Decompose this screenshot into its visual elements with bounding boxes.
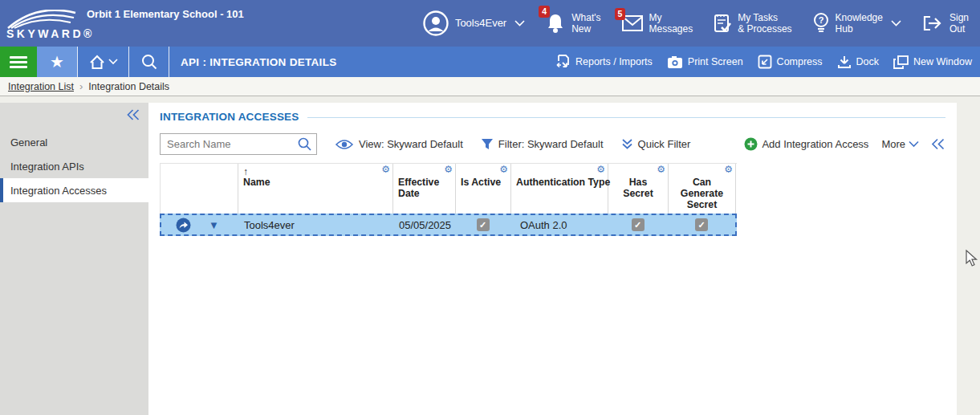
add-integration-access-button[interactable]: Add Integration Access — [744, 137, 868, 151]
column-header-authentication-type[interactable]: ⚙ Authentication Type — [511, 164, 608, 214]
search-icon[interactable] — [298, 137, 311, 151]
hamburger-icon — [10, 56, 27, 59]
column-header-has-secret[interactable]: ⚙ Has Secret — [608, 164, 669, 214]
search-name-input[interactable] — [161, 138, 298, 150]
compress-label: Compress — [777, 56, 823, 67]
hamburger-menu-button[interactable] — [0, 47, 37, 77]
sign-out-label-2: Out — [950, 23, 965, 35]
row-effective-date-cell: 05/05/2025 — [392, 215, 455, 234]
content-panel: INTEGRATION ACCESSES View: Skyward Defau… — [148, 103, 957, 415]
skyward-swoosh-icon — [6, 10, 77, 29]
new-window-label: New Window — [913, 56, 972, 67]
breadcrumb: Integration List › Integration Details — [0, 77, 980, 96]
global-search-button[interactable] — [128, 47, 169, 77]
sidebar-item-integration-accesses[interactable]: Integration Accesses — [0, 178, 148, 202]
column-settings-icon[interactable]: ⚙ — [499, 164, 508, 175]
knowledge-hub-button[interactable]: ? Knowledge Hub — [813, 12, 901, 35]
new-window-icon — [893, 55, 909, 69]
panel-collapse-button[interactable] — [930, 138, 945, 150]
compress-button[interactable]: Compress — [758, 55, 823, 69]
filter-selector[interactable]: Filter: Skyward Default — [481, 138, 604, 151]
search-name-field[interactable] — [160, 133, 317, 155]
top-bar: SKYWARD® Orbit 1 Elementary School - 101… — [0, 0, 980, 47]
breadcrumb-chevron-icon: › — [79, 80, 83, 92]
dock-label: Dock — [856, 56, 879, 67]
double-chevron-down-icon — [621, 138, 633, 150]
whats-new-label-2: New — [571, 23, 591, 35]
toolbar-actions: Reports / Imports Print Screen Compress — [555, 47, 980, 77]
reports-imports-label: Reports / Imports — [575, 56, 653, 67]
lightbulb-icon: ? — [813, 13, 829, 34]
sort-ascending-icon: ↑ — [243, 167, 388, 177]
home-button[interactable] — [77, 47, 128, 77]
view-label: View: Skyward Default — [359, 138, 463, 150]
column-settings-icon[interactable]: ⚙ — [657, 164, 665, 175]
my-messages-badge: 5 — [615, 8, 626, 20]
user-menu[interactable]: Tools4Ever — [423, 10, 525, 36]
reports-imports-button[interactable]: Reports / Imports — [555, 55, 653, 70]
tasks-clipboard-icon — [714, 13, 731, 34]
user-name: Tools4Ever — [455, 17, 506, 30]
knowledge-hub-label-2: Hub — [836, 23, 853, 35]
add-integration-access-label: Add Integration Access — [762, 138, 868, 150]
check-icon: ✓ — [634, 220, 641, 230]
column-settings-icon[interactable]: ⚙ — [381, 164, 390, 175]
knowledge-hub-label-1: Knowledge — [836, 12, 883, 23]
new-window-button[interactable]: New Window — [893, 55, 972, 69]
whats-new-button[interactable]: 4 What's New — [546, 12, 600, 35]
my-tasks-label-2: & Processes — [738, 23, 791, 35]
camera-icon — [667, 55, 683, 69]
sidebar-item-integration-apis[interactable]: Integration APIs — [0, 154, 148, 178]
favorites-button[interactable]: ★ — [37, 47, 77, 77]
module-title: API : INTEGRATION DETAILS — [169, 47, 337, 77]
open-record-icon[interactable] — [176, 218, 191, 233]
print-screen-label: Print Screen — [688, 56, 743, 67]
heading-rule — [307, 117, 945, 118]
row-expand-icon[interactable]: ▼ — [209, 220, 219, 230]
print-screen-button[interactable]: Print Screen — [667, 55, 743, 69]
dock-button[interactable]: Dock — [837, 55, 879, 69]
column-settings-icon[interactable]: ⚙ — [444, 164, 453, 175]
breadcrumb-integration-details: Integration Details — [88, 81, 169, 92]
sign-out-icon — [922, 14, 943, 33]
avatar-icon — [423, 10, 449, 36]
brand-text: SKYWARD® — [6, 27, 95, 40]
star-icon: ★ — [50, 52, 64, 71]
is-active-checkbox-checked: ✓ — [477, 218, 490, 231]
check-icon: ✓ — [479, 220, 486, 230]
column-header-effective-date[interactable]: ⚙ Effective Date — [393, 164, 456, 214]
sidebar-collapse-button[interactable] — [126, 109, 140, 124]
quick-filter-button[interactable]: Quick Filter — [621, 138, 691, 150]
my-messages-button[interactable]: 5 My Messages — [622, 12, 693, 35]
row-name-cell: Tools4ever — [238, 215, 392, 234]
whats-new-badge: 4 — [539, 6, 550, 18]
my-tasks-label-1: My Tasks — [738, 12, 778, 23]
eye-icon — [335, 139, 354, 150]
svg-text:?: ? — [818, 15, 823, 25]
integration-accesses-table: ⚙ ↑ Name ⚙ Effective Date ⚙ Is Active ⚙ … — [160, 163, 737, 236]
sign-out-button[interactable]: Sign Out — [922, 12, 969, 35]
dock-icon — [837, 55, 852, 69]
module-toolbar: ★ API : INTEGRATION DETAILS Reports / Im… — [0, 47, 980, 77]
skyward-logo[interactable]: SKYWARD® — [0, 6, 83, 40]
column-settings-icon[interactable]: ⚙ — [724, 164, 733, 175]
column-header-can-generate-secret[interactable]: ⚙ Can Generate Secret — [669, 164, 736, 214]
search-icon — [141, 54, 157, 70]
column-header-is-active[interactable]: ⚙ Is Active — [456, 164, 511, 214]
sign-out-label-1: Sign — [950, 12, 969, 23]
my-tasks-button[interactable]: My Tasks & Processes — [714, 12, 791, 35]
breadcrumb-integration-list[interactable]: Integration List — [8, 81, 74, 92]
column-settings-icon[interactable]: ⚙ — [596, 164, 605, 175]
column-header-name[interactable]: ⚙ ↑ Name — [238, 164, 393, 214]
table-header-row: ⚙ ↑ Name ⚙ Effective Date ⚙ Is Active ⚙ … — [160, 163, 737, 214]
page-title: INTEGRATION ACCESSES — [160, 111, 299, 123]
table-row[interactable]: ▼ Tools4ever 05/05/2025 ✓ OAuth 2.0 — [160, 214, 737, 236]
sidebar: General Integration APIs Integration Acc… — [0, 103, 148, 415]
view-selector[interactable]: View: Skyward Default — [335, 138, 463, 150]
sidebar-item-general[interactable]: General — [0, 130, 148, 154]
more-button[interactable]: More — [881, 138, 919, 150]
quick-filter-label: Quick Filter — [638, 138, 691, 150]
whats-new-label-1: What's — [571, 12, 600, 23]
topbar-menu: Tools4Ever 4 What's New — [423, 10, 980, 36]
add-plus-icon — [744, 137, 758, 151]
